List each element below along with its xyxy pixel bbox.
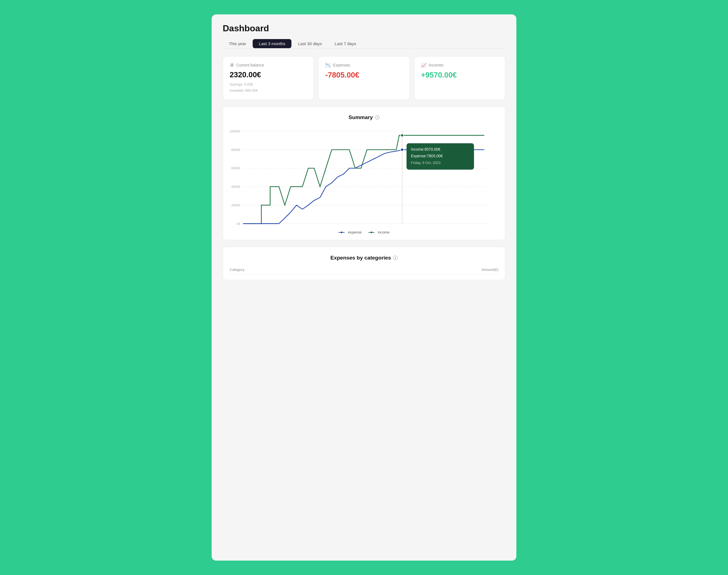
categories-section: Expenses by categories i Category Amount… xyxy=(223,247,505,280)
balance-value: 2320.00€ xyxy=(230,70,307,79)
expenses-icon: 📉 xyxy=(325,63,331,68)
tab-this-year[interactable]: This year xyxy=(223,39,252,48)
tab-bar: This year Last 3 months Last 30 days Las… xyxy=(223,39,505,48)
chart-legend: expense income xyxy=(230,230,498,234)
svg-text:6000€: 6000€ xyxy=(231,166,240,170)
svg-text:8000€: 8000€ xyxy=(231,148,240,151)
tab-last-30-days[interactable]: Last 30 days xyxy=(292,39,328,48)
svg-text:Aug 29: Aug 29 xyxy=(256,226,266,227)
svg-point-29 xyxy=(371,232,372,233)
summary-info-icon[interactable]: i xyxy=(375,115,379,120)
income-legend-line-icon xyxy=(368,231,376,234)
categories-header: Category Amount(€) xyxy=(230,268,498,274)
svg-point-20 xyxy=(401,134,404,137)
cards-row: 🖥 Current balance 2320.00€ Savings: 0.00… xyxy=(223,56,505,100)
svg-text:Friday, 6 Oct, 2023: Friday, 6 Oct, 2023 xyxy=(411,161,440,165)
incomes-icon: 📈 xyxy=(421,63,427,68)
incomes-value: +9570.00€ xyxy=(421,71,498,79)
legend-income: income xyxy=(368,230,390,234)
page-title: Dashboard xyxy=(223,23,505,34)
svg-text:Oct 22: Oct 22 xyxy=(433,226,442,227)
balance-label: 🖥 Current balance xyxy=(230,63,307,68)
app-container: Dashboard This year Last 3 months Last 3… xyxy=(212,14,516,561)
expense-legend-line-icon xyxy=(338,231,346,234)
svg-text:Income:9570.00€: Income:9570.00€ xyxy=(411,147,440,151)
incomes-label: 📈 Incomes xyxy=(421,63,498,68)
svg-point-21 xyxy=(401,148,404,151)
balance-card: 🖥 Current balance 2320.00€ Savings: 0.00… xyxy=(223,56,314,100)
summary-section: Summary i 10000€ 8000€ 6000€ 4000€ 2000€ xyxy=(223,106,505,240)
legend-expense: expense xyxy=(338,230,362,234)
svg-text:Nov 7: Nov 7 xyxy=(474,226,483,227)
svg-text:Sep 16: Sep 16 xyxy=(327,226,337,227)
tab-last-3-months[interactable]: Last 3 months xyxy=(253,39,291,48)
incomes-card: 📈 Incomes +9570.00€ xyxy=(414,56,505,100)
expenses-label: 📉 Expenses xyxy=(325,63,402,68)
amount-col-header: Amount(€) xyxy=(482,268,498,272)
svg-text:Sep 8: Sep 8 xyxy=(292,226,301,227)
svg-text:2000€: 2000€ xyxy=(231,203,240,207)
svg-text:Oct 6: Oct 6 xyxy=(398,226,406,227)
category-col-header: Category xyxy=(230,268,244,272)
categories-title: Expenses by categories i xyxy=(230,255,498,261)
balance-sub: Savings: 0.00€ Invested: 585.00€ xyxy=(230,81,307,94)
balance-icon: 🖥 xyxy=(230,63,234,68)
summary-title: Summary i xyxy=(230,114,498,121)
expenses-card: 📉 Expenses -7805.00€ xyxy=(318,56,409,100)
svg-text:Sep 24: Sep 24 xyxy=(362,226,372,227)
svg-text:Expense:7805.00€: Expense:7805.00€ xyxy=(411,154,443,158)
svg-text:10000€: 10000€ xyxy=(230,129,240,133)
tab-last-7-days[interactable]: Last 7 days xyxy=(329,39,362,48)
svg-text:0€: 0€ xyxy=(237,222,240,226)
summary-chart: 10000€ 8000€ 6000€ 4000€ 2000€ 0€ Aug 29 xyxy=(230,127,498,227)
categories-info-icon[interactable]: i xyxy=(393,256,398,260)
svg-point-27 xyxy=(341,232,342,233)
expenses-value: -7805.00€ xyxy=(325,71,402,79)
chart-area: 10000€ 8000€ 6000€ 4000€ 2000€ 0€ Aug 29 xyxy=(230,127,498,227)
svg-text:4000€: 4000€ xyxy=(231,185,240,189)
